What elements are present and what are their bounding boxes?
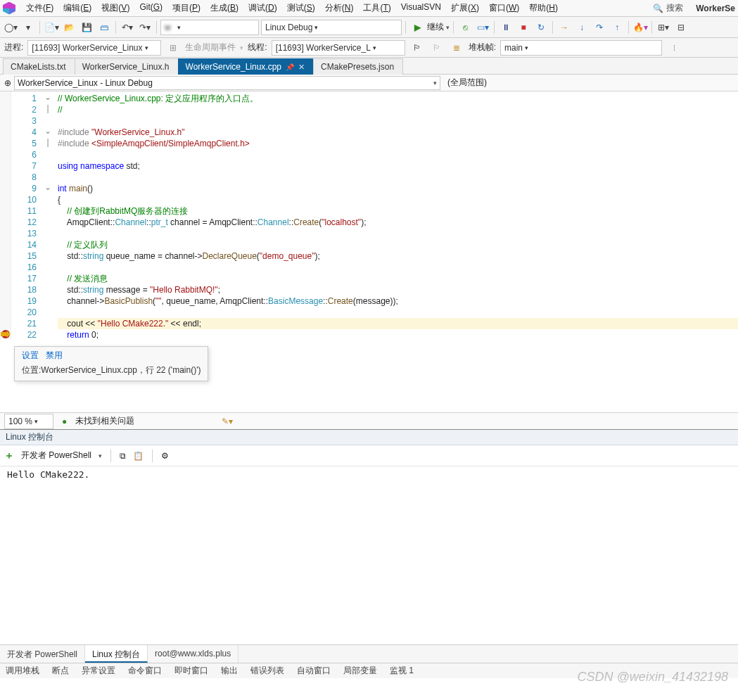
tool-window-item[interactable]: 命令窗口 xyxy=(122,663,167,679)
menu-item[interactable]: 窗口(W) xyxy=(484,0,524,16)
vs-logo-icon xyxy=(3,2,15,15)
stackframe-label: 堆栈帧: xyxy=(469,42,496,53)
tool-window-bar: 调用堆栈断点异常设置命令窗口即时窗口输出错误列表自动窗口局部变量监视 1 xyxy=(0,663,738,678)
new-item-button[interactable]: 📄▾ xyxy=(44,20,59,35)
tool-window-item[interactable]: 监视 1 xyxy=(384,663,419,679)
bottom-tab[interactable]: 开发者 PowerShell xyxy=(0,645,85,663)
solution-name: WorkerSe xyxy=(696,4,735,13)
tool-window-item[interactable]: 即时窗口 xyxy=(169,663,214,679)
stop-button[interactable]: ■ xyxy=(516,20,531,35)
menu-item[interactable]: 测试(S) xyxy=(282,0,320,16)
process-combo[interactable]: [11693] WorkerService_Linux▾ xyxy=(27,40,161,56)
restart-button[interactable]: ↻ xyxy=(533,20,549,35)
bottom-tab[interactable]: root@www.xlds.plus xyxy=(148,645,238,663)
config-combo[interactable]: Linux Debug▾ xyxy=(261,20,402,35)
linux-console-panel: Linux 控制台 ＋ 开发者 PowerShell▾ ⧉ 📋 ⚙ Hello … xyxy=(0,429,738,644)
menu-item[interactable]: 编辑(E) xyxy=(58,0,96,16)
undo-button[interactable]: ↶▾ xyxy=(120,20,135,35)
menubar: 文件(F)编辑(E)视图(V)Git(G)项目(P)生成(B)调试(D)测试(S… xyxy=(0,0,738,17)
copy-icon[interactable]: ⧉ xyxy=(120,451,126,461)
overflow-button[interactable]: ⸽ xyxy=(666,40,682,56)
code-editor[interactable]: 12345678910111213141516171819202122 ⌄| ⌄… xyxy=(0,91,738,339)
menu-item[interactable]: VisualSVN xyxy=(396,0,446,16)
layout-button[interactable]: ⊞▾ xyxy=(656,20,671,35)
target-icon: ⊕ xyxy=(4,78,11,88)
panel-title: Linux 控制台 xyxy=(0,430,738,445)
file-tab[interactable]: CMakePresets.json xyxy=(313,58,403,75)
fold-gutter[interactable]: ⌄| ⌄| ⌄ xyxy=(42,91,53,339)
step-out-button[interactable]: ↑ xyxy=(609,20,625,35)
tool-window-item[interactable]: 调用堆栈 xyxy=(0,663,45,679)
step-over-button[interactable]: ↷ xyxy=(592,20,607,35)
tool-window-item[interactable]: 错误列表 xyxy=(245,663,290,679)
tool-window-item[interactable]: 自动窗口 xyxy=(291,663,336,679)
bottom-tabs: 开发者 PowerShellLinux 控制台root@www.xlds.plu… xyxy=(0,644,738,663)
code-area[interactable]: // WorkerService_Linux.cpp: 定义应用程序的入口点。/… xyxy=(53,91,738,339)
menu-item[interactable]: Git(G) xyxy=(134,0,167,16)
search-label: 搜索 xyxy=(666,2,683,14)
paste-icon[interactable]: 📋 xyxy=(133,451,144,461)
show-next-button[interactable]: → xyxy=(556,20,572,35)
flag-button[interactable]: 🏳 xyxy=(409,40,425,56)
menu-item[interactable]: 调试(D) xyxy=(243,0,282,16)
lifecycle-label: 生命周期事件 xyxy=(185,42,236,53)
search-box[interactable]: 🔍 搜索 xyxy=(653,2,683,14)
menu-item[interactable]: 文件(F) xyxy=(21,0,58,16)
gear-icon[interactable]: ⚙ xyxy=(161,451,169,461)
target-combo[interactable]: w▾ xyxy=(160,20,259,35)
line-gutter: 12345678910111213141516171819202122 xyxy=(11,91,42,339)
powershell-button[interactable]: 开发者 PowerShell xyxy=(21,450,91,462)
file-tab[interactable]: CMakeLists.txt xyxy=(3,58,75,75)
attach-button[interactable]: ⎋ xyxy=(457,20,473,35)
process-label: 进程: xyxy=(4,42,23,53)
tooltip-disable-link[interactable]: 禁用 xyxy=(46,350,63,362)
menu-item[interactable]: 扩展(X) xyxy=(446,0,484,16)
tool-window-item[interactable]: 异常设置 xyxy=(76,663,121,679)
lifecycle-button[interactable]: ⊞ xyxy=(165,40,181,56)
flag2-button[interactable]: 🏳 xyxy=(429,40,445,56)
windows-button[interactable]: ▭▾ xyxy=(475,20,490,35)
pin-icon[interactable]: 📌 xyxy=(286,63,294,71)
menu-item[interactable]: 分析(N) xyxy=(320,0,359,16)
tool-window-item[interactable]: 输出 xyxy=(215,663,243,679)
file-tab[interactable]: WorkerService_Linux.cpp 📌 ✕ xyxy=(178,58,314,75)
hot-reload-button[interactable]: 🔥▾ xyxy=(632,20,648,35)
ok-icon: ● xyxy=(62,416,67,426)
open-button[interactable]: 📂 xyxy=(61,20,77,35)
tooltip-location: 位置:WorkerService_Linux.cpp，行 22 ('main()… xyxy=(22,364,201,376)
menu-item[interactable]: 生成(B) xyxy=(205,0,243,16)
stackframe-combo[interactable]: main▾ xyxy=(500,40,662,56)
brush-icon[interactable]: ✎▾ xyxy=(222,416,233,426)
nav-back-button[interactable]: ◯▾ xyxy=(3,20,18,35)
step-into-button[interactable]: ↓ xyxy=(574,20,590,35)
menu-item[interactable]: 帮助(H) xyxy=(524,0,563,16)
tool-window-item[interactable]: 局部变量 xyxy=(338,663,383,679)
console-output[interactable]: Hello CMake222. xyxy=(0,466,738,644)
continue-button[interactable]: ▶ xyxy=(409,20,425,35)
redo-button[interactable]: ↷▾ xyxy=(137,20,153,35)
nav-left-combo[interactable]: WorkerService_Linux - Linux Debug▾ xyxy=(14,76,440,90)
zoom-combo[interactable]: 100 %▾ xyxy=(4,414,53,429)
layout2-button[interactable]: ⊟ xyxy=(673,20,689,35)
thread-combo[interactable]: [11693] WorkerService_L▾ xyxy=(272,40,405,56)
editor-nav: ⊕ WorkerService_Linux - Linux Debug▾ (全局… xyxy=(0,75,738,91)
bottom-tab[interactable]: Linux 控制台 xyxy=(85,645,148,663)
breakpoint-margin[interactable] xyxy=(0,91,11,339)
issues-label: 未找到相关问题 xyxy=(75,415,134,427)
continue-label: 继续 xyxy=(427,21,444,33)
close-icon[interactable]: ✕ xyxy=(298,63,305,72)
menu-item[interactable]: 工具(T) xyxy=(358,0,395,16)
pause-button[interactable]: ⏸ xyxy=(498,20,514,35)
nav-right-combo[interactable]: (全局范围) xyxy=(445,76,734,90)
tool-window-item[interactable]: 断点 xyxy=(46,663,75,679)
menu-item[interactable]: 视图(V) xyxy=(96,0,134,16)
nav-fwd-button[interactable]: ▾ xyxy=(20,20,36,35)
save-all-button[interactable]: 🗃 xyxy=(96,20,112,35)
add-icon[interactable]: ＋ xyxy=(4,450,14,462)
save-button[interactable]: 💾 xyxy=(79,20,94,35)
menu-item[interactable]: 项目(P) xyxy=(167,0,205,16)
search-icon: 🔍 xyxy=(653,4,663,13)
file-tab[interactable]: WorkerService_Linux.h xyxy=(75,58,179,75)
panel-toolbar: ＋ 开发者 PowerShell▾ ⧉ 📋 ⚙ xyxy=(0,445,738,466)
tooltip-settings-link[interactable]: 设置 xyxy=(22,350,39,362)
